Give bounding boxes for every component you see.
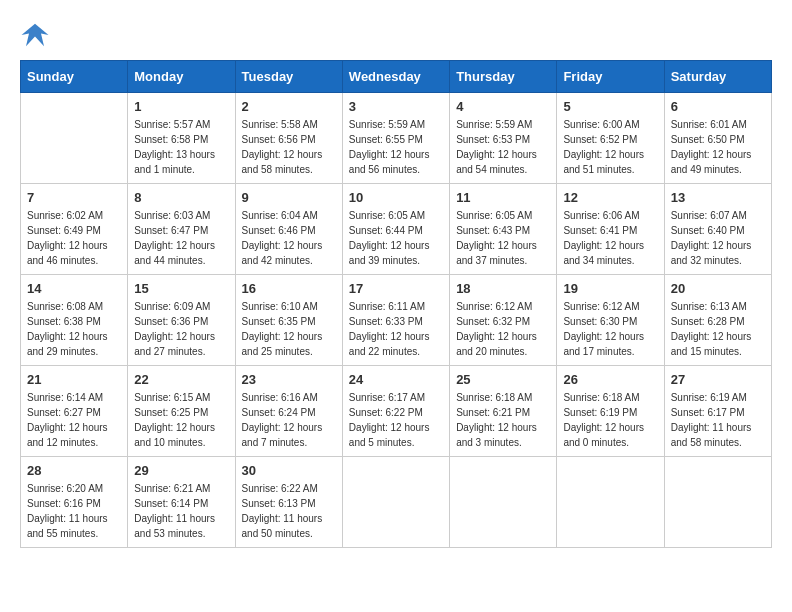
calendar-cell: 25Sunrise: 6:18 AMSunset: 6:21 PMDayligh… [450, 366, 557, 457]
calendar-cell: 6Sunrise: 6:01 AMSunset: 6:50 PMDaylight… [664, 93, 771, 184]
calendar-cell: 24Sunrise: 6:17 AMSunset: 6:22 PMDayligh… [342, 366, 449, 457]
day-number: 10 [349, 190, 443, 205]
calendar-cell: 2Sunrise: 5:58 AMSunset: 6:56 PMDaylight… [235, 93, 342, 184]
calendar: SundayMondayTuesdayWednesdayThursdayFrid… [20, 60, 772, 548]
day-number: 20 [671, 281, 765, 296]
calendar-cell: 18Sunrise: 6:12 AMSunset: 6:32 PMDayligh… [450, 275, 557, 366]
day-info: Sunrise: 6:22 AMSunset: 6:13 PMDaylight:… [242, 481, 336, 541]
weekday-header-monday: Monday [128, 61, 235, 93]
calendar-cell: 14Sunrise: 6:08 AMSunset: 6:38 PMDayligh… [21, 275, 128, 366]
weekday-header-friday: Friday [557, 61, 664, 93]
weekday-header-row: SundayMondayTuesdayWednesdayThursdayFrid… [21, 61, 772, 93]
day-number: 23 [242, 372, 336, 387]
day-number: 29 [134, 463, 228, 478]
calendar-cell: 12Sunrise: 6:06 AMSunset: 6:41 PMDayligh… [557, 184, 664, 275]
day-number: 16 [242, 281, 336, 296]
day-number: 17 [349, 281, 443, 296]
day-info: Sunrise: 6:06 AMSunset: 6:41 PMDaylight:… [563, 208, 657, 268]
calendar-cell: 22Sunrise: 6:15 AMSunset: 6:25 PMDayligh… [128, 366, 235, 457]
calendar-week-row: 7Sunrise: 6:02 AMSunset: 6:49 PMDaylight… [21, 184, 772, 275]
day-number: 11 [456, 190, 550, 205]
calendar-cell: 26Sunrise: 6:18 AMSunset: 6:19 PMDayligh… [557, 366, 664, 457]
day-info: Sunrise: 6:15 AMSunset: 6:25 PMDaylight:… [134, 390, 228, 450]
day-info: Sunrise: 5:58 AMSunset: 6:56 PMDaylight:… [242, 117, 336, 177]
day-info: Sunrise: 6:12 AMSunset: 6:32 PMDaylight:… [456, 299, 550, 359]
calendar-cell: 17Sunrise: 6:11 AMSunset: 6:33 PMDayligh… [342, 275, 449, 366]
day-info: Sunrise: 5:59 AMSunset: 6:55 PMDaylight:… [349, 117, 443, 177]
day-number: 14 [27, 281, 121, 296]
day-info: Sunrise: 6:18 AMSunset: 6:21 PMDaylight:… [456, 390, 550, 450]
day-number: 1 [134, 99, 228, 114]
calendar-cell [450, 457, 557, 548]
day-number: 8 [134, 190, 228, 205]
calendar-cell: 27Sunrise: 6:19 AMSunset: 6:17 PMDayligh… [664, 366, 771, 457]
weekday-header-tuesday: Tuesday [235, 61, 342, 93]
weekday-header-saturday: Saturday [664, 61, 771, 93]
calendar-week-row: 1Sunrise: 5:57 AMSunset: 6:58 PMDaylight… [21, 93, 772, 184]
calendar-cell: 30Sunrise: 6:22 AMSunset: 6:13 PMDayligh… [235, 457, 342, 548]
day-number: 7 [27, 190, 121, 205]
day-number: 12 [563, 190, 657, 205]
day-info: Sunrise: 6:20 AMSunset: 6:16 PMDaylight:… [27, 481, 121, 541]
calendar-week-row: 21Sunrise: 6:14 AMSunset: 6:27 PMDayligh… [21, 366, 772, 457]
calendar-cell: 10Sunrise: 6:05 AMSunset: 6:44 PMDayligh… [342, 184, 449, 275]
day-info: Sunrise: 6:08 AMSunset: 6:38 PMDaylight:… [27, 299, 121, 359]
day-info: Sunrise: 6:18 AMSunset: 6:19 PMDaylight:… [563, 390, 657, 450]
calendar-week-row: 28Sunrise: 6:20 AMSunset: 6:16 PMDayligh… [21, 457, 772, 548]
day-number: 5 [563, 99, 657, 114]
day-number: 13 [671, 190, 765, 205]
day-number: 4 [456, 99, 550, 114]
day-number: 6 [671, 99, 765, 114]
calendar-cell: 9Sunrise: 6:04 AMSunset: 6:46 PMDaylight… [235, 184, 342, 275]
day-info: Sunrise: 6:12 AMSunset: 6:30 PMDaylight:… [563, 299, 657, 359]
day-number: 19 [563, 281, 657, 296]
day-info: Sunrise: 6:07 AMSunset: 6:40 PMDaylight:… [671, 208, 765, 268]
day-info: Sunrise: 6:11 AMSunset: 6:33 PMDaylight:… [349, 299, 443, 359]
calendar-cell: 23Sunrise: 6:16 AMSunset: 6:24 PMDayligh… [235, 366, 342, 457]
day-info: Sunrise: 6:14 AMSunset: 6:27 PMDaylight:… [27, 390, 121, 450]
calendar-cell: 19Sunrise: 6:12 AMSunset: 6:30 PMDayligh… [557, 275, 664, 366]
day-info: Sunrise: 6:03 AMSunset: 6:47 PMDaylight:… [134, 208, 228, 268]
day-info: Sunrise: 6:19 AMSunset: 6:17 PMDaylight:… [671, 390, 765, 450]
calendar-cell: 4Sunrise: 5:59 AMSunset: 6:53 PMDaylight… [450, 93, 557, 184]
day-number: 2 [242, 99, 336, 114]
day-number: 24 [349, 372, 443, 387]
day-number: 22 [134, 372, 228, 387]
calendar-cell: 21Sunrise: 6:14 AMSunset: 6:27 PMDayligh… [21, 366, 128, 457]
day-info: Sunrise: 6:05 AMSunset: 6:44 PMDaylight:… [349, 208, 443, 268]
day-info: Sunrise: 6:05 AMSunset: 6:43 PMDaylight:… [456, 208, 550, 268]
day-info: Sunrise: 6:16 AMSunset: 6:24 PMDaylight:… [242, 390, 336, 450]
day-number: 28 [27, 463, 121, 478]
day-info: Sunrise: 6:17 AMSunset: 6:22 PMDaylight:… [349, 390, 443, 450]
calendar-cell: 7Sunrise: 6:02 AMSunset: 6:49 PMDaylight… [21, 184, 128, 275]
calendar-cell: 8Sunrise: 6:03 AMSunset: 6:47 PMDaylight… [128, 184, 235, 275]
calendar-cell: 15Sunrise: 6:09 AMSunset: 6:36 PMDayligh… [128, 275, 235, 366]
calendar-cell: 5Sunrise: 6:00 AMSunset: 6:52 PMDaylight… [557, 93, 664, 184]
day-info: Sunrise: 6:13 AMSunset: 6:28 PMDaylight:… [671, 299, 765, 359]
day-number: 27 [671, 372, 765, 387]
calendar-cell: 13Sunrise: 6:07 AMSunset: 6:40 PMDayligh… [664, 184, 771, 275]
day-number: 9 [242, 190, 336, 205]
day-number: 3 [349, 99, 443, 114]
day-info: Sunrise: 5:57 AMSunset: 6:58 PMDaylight:… [134, 117, 228, 177]
calendar-week-row: 14Sunrise: 6:08 AMSunset: 6:38 PMDayligh… [21, 275, 772, 366]
weekday-header-wednesday: Wednesday [342, 61, 449, 93]
day-number: 30 [242, 463, 336, 478]
day-number: 26 [563, 372, 657, 387]
logo [20, 20, 54, 50]
header [20, 20, 772, 50]
weekday-header-thursday: Thursday [450, 61, 557, 93]
calendar-cell [557, 457, 664, 548]
calendar-cell: 11Sunrise: 6:05 AMSunset: 6:43 PMDayligh… [450, 184, 557, 275]
calendar-cell: 1Sunrise: 5:57 AMSunset: 6:58 PMDaylight… [128, 93, 235, 184]
calendar-cell: 28Sunrise: 6:20 AMSunset: 6:16 PMDayligh… [21, 457, 128, 548]
day-info: Sunrise: 6:01 AMSunset: 6:50 PMDaylight:… [671, 117, 765, 177]
calendar-cell: 20Sunrise: 6:13 AMSunset: 6:28 PMDayligh… [664, 275, 771, 366]
day-info: Sunrise: 5:59 AMSunset: 6:53 PMDaylight:… [456, 117, 550, 177]
day-number: 21 [27, 372, 121, 387]
day-info: Sunrise: 6:04 AMSunset: 6:46 PMDaylight:… [242, 208, 336, 268]
svg-marker-0 [22, 24, 49, 47]
calendar-cell: 3Sunrise: 5:59 AMSunset: 6:55 PMDaylight… [342, 93, 449, 184]
day-number: 25 [456, 372, 550, 387]
calendar-cell [21, 93, 128, 184]
